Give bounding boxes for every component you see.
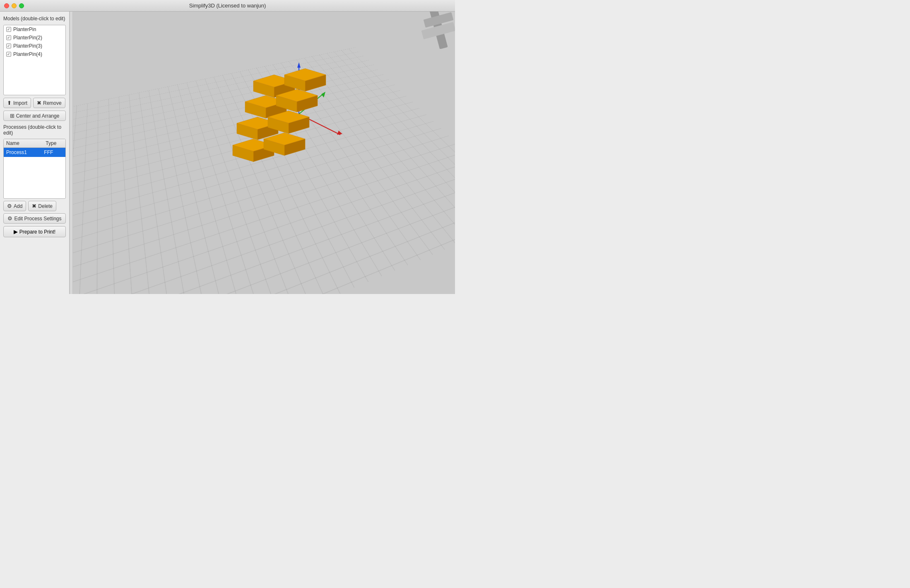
prepare-icon: ▶ [14,229,18,235]
svg-marker-4 [321,92,325,98]
processes-section-label: Processes (double-click to edit) [3,123,66,137]
model-checkbox[interactable] [6,52,11,57]
col-name-header: Name [4,139,43,147]
delete-icon: ✖ [32,203,36,209]
models-section-label: Models (double-click to edit) [3,15,66,22]
delete-process-button[interactable]: ✖ Delete [28,201,56,211]
import-remove-row: ⬆ Import ✖ Remove [3,98,66,108]
model-name: PlanterPin(2) [13,35,42,41]
import-button[interactable]: ⬆ Import [3,98,31,108]
edit-process-icon: ⚙ [7,215,12,222]
edit-process-settings-button[interactable]: ⚙ Edit Process Settings [3,213,66,224]
close-button[interactable] [4,3,9,8]
remove-button[interactable]: ✖ Remove [33,98,65,108]
center-arrange-button[interactable]: ⊞ Center and Arrange [3,111,66,121]
window-title: Simplify3D (Licensed to wanjun) [189,2,266,9]
title-bar: Simplify3D (Licensed to wanjun) [0,0,455,12]
model-checkbox[interactable] [6,27,11,32]
model-name: PlanterPin [13,27,36,32]
process-table: Name Type Process1FFF [3,139,66,199]
center-arrange-icon: ⊞ [10,113,14,119]
model-checkbox[interactable] [6,43,11,48]
model-checkbox[interactable] [6,35,11,40]
traffic-lights [4,3,24,8]
process-empty-area [4,157,65,198]
svg-marker-3 [297,63,301,68]
add-icon: ⚙ [7,203,12,209]
main-layout: Models (double-click to edit) PlanterPin… [0,12,455,294]
model-item[interactable]: PlanterPin(2) [4,34,65,42]
process-rows-container: Process1FFF [4,148,65,157]
minimize-button[interactable] [12,3,17,8]
process-name-cell: Process1 [6,149,44,155]
viewport[interactable] [73,12,455,294]
process-row[interactable]: Process1FFF [4,148,65,157]
sidebar-scrollbar[interactable] [70,12,73,294]
add-delete-row: ⚙ Add ✖ Delete [3,201,66,211]
model-item[interactable]: PlanterPin(4) [4,50,65,58]
sidebar: Models (double-click to edit) PlanterPin… [0,12,70,294]
import-icon: ⬆ [7,100,12,106]
models-list: PlanterPinPlanterPin(2)PlanterPin(3)Plan… [3,25,66,95]
col-type-header: Type [43,139,65,147]
remove-icon: ✖ [37,100,41,106]
process-type-cell: FFF [44,149,63,155]
maximize-button[interactable] [19,3,24,8]
corner-geometry [380,12,455,49]
model-name: PlanterPin(3) [13,43,42,49]
model-item[interactable]: PlanterPin [4,25,65,34]
model-item[interactable]: PlanterPin(3) [4,42,65,50]
process-table-header: Name Type [4,139,65,148]
prepare-to-print-button[interactable]: ▶ Prepare to Print! [3,226,66,237]
add-process-button[interactable]: ⚙ Add [3,201,26,211]
svg-marker-5 [337,131,342,135]
processes-section: Processes (double-click to edit) Name Ty… [3,123,66,224]
3d-objects-svg [212,40,386,197]
model-name: PlanterPin(4) [13,51,42,57]
3d-objects-container [212,40,386,198]
